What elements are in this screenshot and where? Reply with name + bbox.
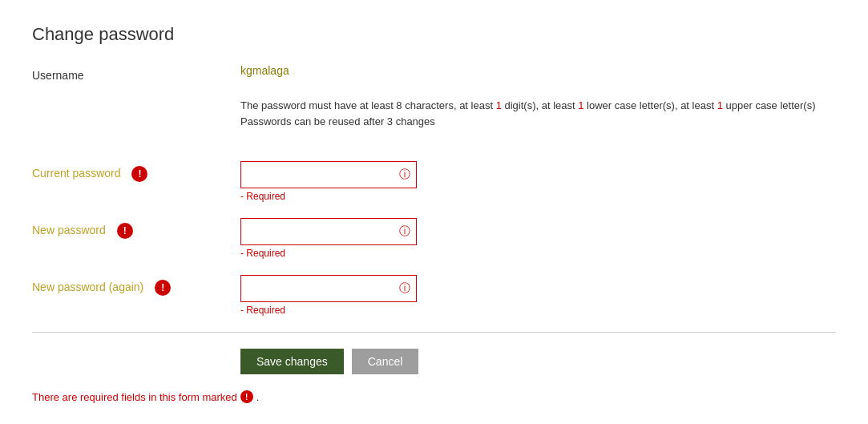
username-value: kgmalaga [240, 64, 289, 77]
new-password-again-input-col: ⓘ - Required [240, 275, 417, 316]
buttons-row: Save changes Cancel [240, 349, 836, 374]
cancel-button[interactable]: Cancel [352, 349, 419, 374]
password-rules: The password must have at least 8 charac… [240, 98, 816, 129]
footer-period: . [256, 391, 260, 403]
current-password-row: Current password ! ⓘ - Required [32, 161, 836, 202]
new-password-again-label: New password (again) ! [32, 275, 240, 296]
info-row: The password must have at least 8 charac… [32, 98, 836, 145]
footer-required-icon: ! [240, 390, 253, 403]
username-row: Username kgmalaga [32, 64, 836, 82]
current-password-label: Current password ! [32, 161, 240, 182]
new-password-again-row: New password (again) ! ⓘ - Required [32, 275, 836, 316]
new-password-input[interactable] [240, 218, 417, 245]
new-password-required-text: - Required [240, 248, 417, 259]
new-password-row: New password ! ⓘ - Required [32, 218, 836, 259]
footer-text: There are required fields in this form m… [32, 391, 237, 403]
new-password-label: New password ! [32, 218, 240, 239]
new-password-again-required-icon: ! [155, 280, 171, 296]
save-button[interactable]: Save changes [240, 349, 344, 374]
form-divider [32, 332, 836, 333]
new-password-input-col: ⓘ - Required [240, 218, 417, 259]
current-password-required-icon: ! [131, 166, 147, 182]
current-password-required-text: - Required [240, 191, 417, 202]
current-password-input[interactable] [240, 161, 417, 188]
new-password-again-input[interactable] [240, 275, 417, 302]
footer-note: There are required fields in this form m… [32, 390, 836, 403]
new-password-again-required-text: - Required [240, 305, 417, 316]
page-title: Change password [32, 24, 836, 45]
current-password-input-col: ⓘ - Required [240, 161, 417, 202]
username-label: Username [32, 64, 240, 82]
new-password-required-icon: ! [117, 223, 133, 239]
